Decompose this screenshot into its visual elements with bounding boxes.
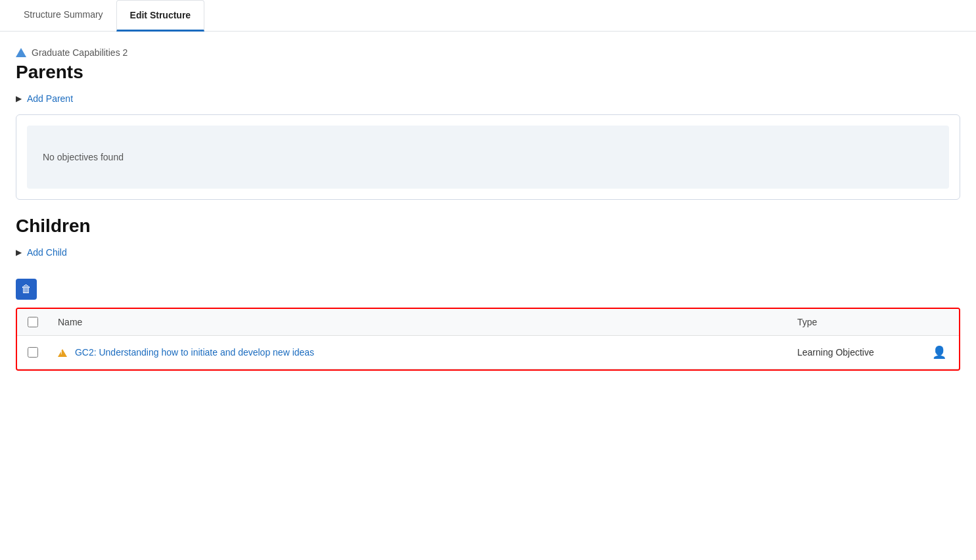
chevron-right-icon-2: ▶ (16, 248, 22, 257)
row-checkbox[interactable] (28, 347, 38, 358)
row-name-link[interactable]: GC2: Understanding how to initiate and d… (75, 347, 314, 358)
parents-empty-box: No objectives found (16, 114, 960, 200)
children-section-title: Children (16, 216, 960, 237)
row-name-cell: GC2: Understanding how to initiate and d… (49, 336, 788, 369)
col-header-name: Name (49, 309, 788, 336)
tab-bar: Structure Summary Edit Structure (0, 0, 976, 32)
row-type-cell: Learning Objective (788, 336, 919, 369)
col-header-checkbox (17, 309, 49, 336)
tab-edit-structure[interactable]: Edit Structure (116, 0, 205, 32)
add-child-label[interactable]: Add Child (27, 247, 67, 258)
no-objectives-text: No objectives found (43, 152, 124, 162)
chevron-right-icon: ▶ (16, 94, 22, 103)
trash-icon: 🗑 (21, 283, 32, 295)
table-header-row: Name Type (17, 309, 959, 336)
add-parent-row[interactable]: ▶ Add Parent (16, 93, 960, 104)
main-content: Graduate Capabilities 2 Parents ▶ Add Pa… (0, 32, 976, 386)
add-child-row[interactable]: ▶ Add Child (16, 247, 960, 258)
children-table-wrapper: Name Type GC2: Understanding how to init… (16, 308, 960, 371)
row-action-icon[interactable]: 👤 (932, 346, 946, 359)
table-row: GC2: Understanding how to initiate and d… (17, 336, 959, 369)
delete-button[interactable]: 🗑 (16, 279, 37, 300)
tab-structure-summary[interactable]: Structure Summary (11, 0, 116, 32)
node-header: Graduate Capabilities 2 (16, 47, 960, 58)
select-all-checkbox[interactable] (28, 317, 38, 327)
node-title: Graduate Capabilities 2 (32, 47, 128, 58)
col-header-action (919, 309, 959, 336)
add-parent-label[interactable]: Add Parent (27, 93, 73, 104)
col-header-type: Type (788, 309, 919, 336)
triangle-icon (16, 48, 26, 57)
children-table: Name Type GC2: Understanding how to init… (17, 309, 959, 369)
row-action-cell: 👤 (919, 336, 959, 369)
warning-triangle-icon (58, 349, 67, 357)
parents-empty-inner: No objectives found (27, 126, 949, 189)
row-checkbox-cell (17, 336, 49, 369)
parents-section-title: Parents (16, 62, 960, 83)
